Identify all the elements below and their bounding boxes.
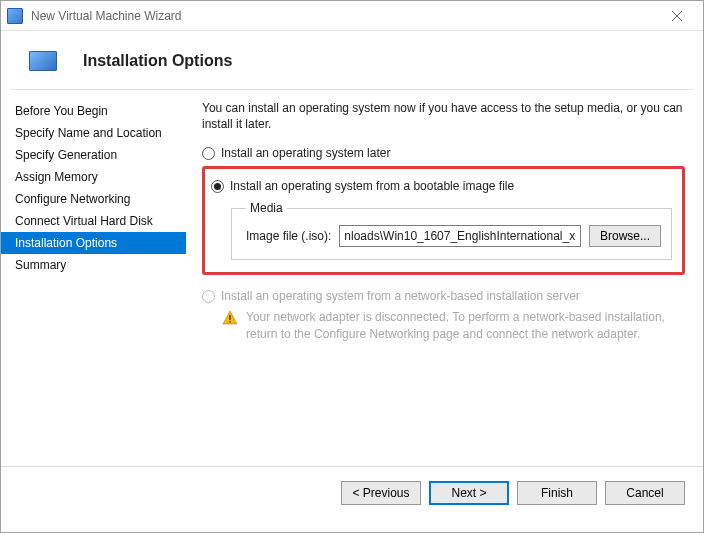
sidebar-item-connect-vhd[interactable]: Connect Virtual Hard Disk [1, 210, 186, 232]
wizard-footer: < Previous Next > Finish Cancel [1, 466, 703, 518]
wizard-header: Installation Options [1, 31, 703, 89]
highlight-box: Install an operating system from a boota… [202, 166, 685, 275]
sidebar-item-configure-networking[interactable]: Configure Networking [1, 188, 186, 210]
app-icon [7, 8, 23, 24]
finish-button[interactable]: Finish [517, 481, 597, 505]
page-title: Installation Options [83, 52, 232, 70]
network-warning-row: Your network adapter is disconnected. To… [222, 309, 685, 341]
sidebar-item-specify-name[interactable]: Specify Name and Location [1, 122, 186, 144]
browse-button[interactable]: Browse... [589, 225, 661, 247]
option-install-image-row[interactable]: Install an operating system from a boota… [211, 179, 672, 193]
radio-install-network [202, 290, 215, 303]
sidebar-item-summary[interactable]: Summary [1, 254, 186, 276]
cancel-button[interactable]: Cancel [605, 481, 685, 505]
wizard-icon [29, 51, 57, 71]
sidebar-item-before-you-begin[interactable]: Before You Begin [1, 100, 186, 122]
svg-rect-4 [229, 321, 231, 323]
next-button[interactable]: Next > [429, 481, 509, 505]
image-file-label: Image file (.iso): [246, 229, 331, 243]
media-row: Image file (.iso): Browse... [246, 225, 661, 247]
title-bar: New Virtual Machine Wizard [1, 1, 703, 31]
wizard-body: Before You Begin Specify Name and Locati… [1, 90, 703, 466]
media-legend: Media [246, 201, 287, 215]
radio-install-image[interactable] [211, 180, 224, 193]
sidebar-item-specify-generation[interactable]: Specify Generation [1, 144, 186, 166]
network-warning-text: Your network adapter is disconnected. To… [246, 309, 685, 341]
close-button[interactable] [657, 2, 697, 30]
svg-rect-3 [229, 315, 231, 320]
previous-button[interactable]: < Previous [341, 481, 421, 505]
intro-text: You can install an operating system now … [202, 100, 685, 132]
wizard-steps-sidebar: Before You Begin Specify Name and Locati… [1, 90, 186, 466]
sidebar-item-assign-memory[interactable]: Assign Memory [1, 166, 186, 188]
wizard-content: You can install an operating system now … [186, 90, 703, 466]
network-install-section: Install an operating system from a netwo… [202, 289, 685, 341]
sidebar-item-installation-options[interactable]: Installation Options [1, 232, 186, 254]
option-install-later-label: Install an operating system later [221, 146, 390, 160]
close-icon [672, 11, 682, 21]
option-install-network-row: Install an operating system from a netwo… [202, 289, 685, 303]
option-install-network-label: Install an operating system from a netwo… [221, 289, 580, 303]
image-file-input[interactable] [339, 225, 581, 247]
warning-icon [222, 310, 238, 326]
window-title: New Virtual Machine Wizard [31, 9, 657, 23]
option-install-later-row[interactable]: Install an operating system later [202, 146, 685, 160]
radio-install-later[interactable] [202, 147, 215, 160]
media-fieldset: Media Image file (.iso): Browse... [231, 201, 672, 260]
option-install-image-label: Install an operating system from a boota… [230, 179, 514, 193]
